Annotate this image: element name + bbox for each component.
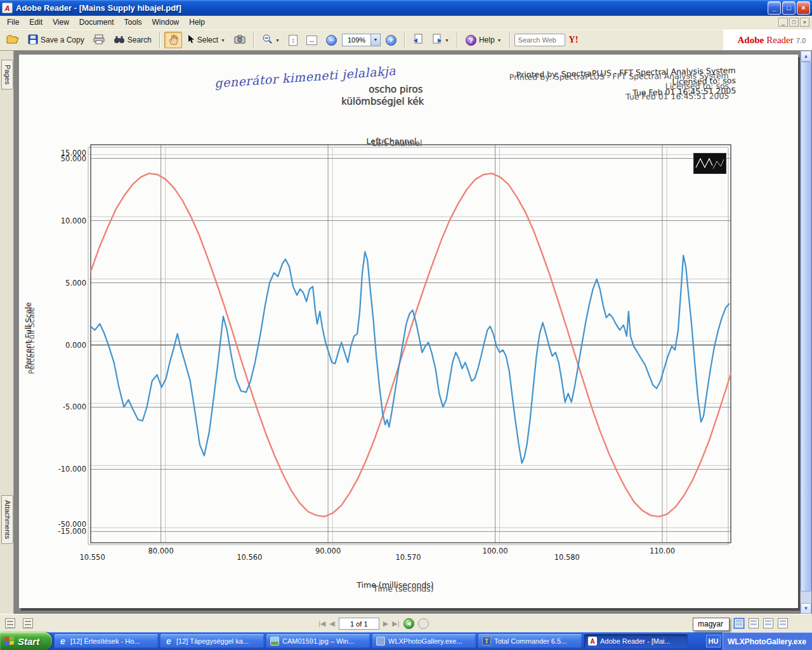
page-number-input[interactable] [339, 618, 379, 630]
tab-attachments[interactable]: Attachments [1, 495, 13, 544]
search-label: Search [128, 36, 152, 44]
menu-bar: FileEditViewDocumentToolsWindowHelp _ □ … [0, 16, 812, 29]
document-restore-button[interactable]: □ [789, 18, 799, 27]
toolbar-separator [159, 32, 160, 48]
status-options-icon[interactable] [23, 618, 33, 628]
fit-page-button[interactable]: ↕ [285, 32, 301, 48]
taskbar-button-label: WLXPhotoGallery.exe... [388, 637, 462, 645]
status-bar: |◀ ◀ ▶ ▶| ◀ [0, 614, 812, 632]
spectraplus-logo-icon [693, 153, 726, 174]
cursor-icon [187, 34, 195, 46]
zoom-increase-button[interactable]: + [382, 32, 400, 48]
help-icon: ? [466, 35, 476, 46]
page-size-icon[interactable] [5, 618, 15, 628]
help-button[interactable]: ? Help ▼ [462, 32, 506, 48]
save-a-copy-button[interactable]: Save a Copy [24, 32, 88, 48]
chevron-down-icon: ▼ [275, 38, 280, 43]
close-button[interactable]: × [797, 1, 810, 15]
zoom-level-control: ▼ [342, 34, 381, 46]
svg-text:10.560: 10.560 [237, 553, 262, 562]
snapshot-tool-button[interactable] [230, 32, 249, 48]
select-label: Select [197, 36, 218, 44]
language-popup[interactable]: magyar [693, 618, 730, 631]
language-indicator[interactable]: HU [706, 635, 721, 647]
document-close-button[interactable]: × [800, 18, 809, 27]
search-web-input[interactable] [514, 34, 565, 46]
first-page-icon[interactable]: |◀ [318, 620, 325, 628]
vertical-scrollbar[interactable]: ▲ ▼ [801, 51, 811, 614]
menu-window[interactable]: Window [147, 17, 185, 28]
taskbar-button-label: Adobe Reader - [Mai... [600, 637, 671, 645]
zoom-decrease-button[interactable]: − [322, 32, 341, 48]
restore-button[interactable]: □ [782, 1, 796, 15]
magnifier-minus-icon [262, 34, 273, 46]
zoom-plus-icon: + [386, 35, 396, 46]
toolbar-separator [457, 32, 458, 48]
previous-view-icon[interactable]: ◀ [403, 618, 414, 629]
brand-reader-label: Reader [766, 35, 793, 46]
menu-tools[interactable]: Tools [119, 17, 147, 28]
tab-pages[interactable]: Pages [1, 60, 13, 90]
taskbar-button[interactable]: e[12] Tápegységgel ka... [160, 634, 264, 648]
scroll-down-icon[interactable]: ▼ [801, 603, 811, 614]
svg-text:50.000: 50.000 [61, 154, 86, 163]
select-tool-button[interactable]: Select ▼ [183, 32, 229, 48]
printer-icon [93, 34, 105, 46]
single-page-layout-icon[interactable] [734, 618, 744, 628]
binoculars-icon [114, 35, 125, 46]
taskbar-button[interactable]: TTotal Commander 6.5... [478, 634, 582, 648]
screen: A Adobe Reader - [Mains Supply hibajel.p… [0, 0, 812, 650]
window-icon [376, 637, 385, 646]
facing-layout-icon[interactable] [763, 618, 773, 628]
menu-help[interactable]: Help [184, 17, 210, 28]
taskbar-button[interactable]: CAM01591.jpg – Win... [266, 634, 370, 648]
ie-icon: e [58, 637, 67, 646]
open-button[interactable] [3, 32, 23, 48]
toolbar-separator [404, 32, 405, 48]
menu-document[interactable]: Document [74, 17, 119, 28]
taskbar-button[interactable]: e[12] Értesítések - Ho... [55, 634, 158, 648]
toolbar-separator [253, 32, 254, 48]
x-axis-label: Time (seconds)Time (milliseconds) [325, 580, 465, 590]
document-minimize-button[interactable]: _ [778, 18, 788, 27]
taskbar-button[interactable]: AAdobe Reader - [Mai... [584, 634, 688, 648]
chevron-down-icon: ▼ [221, 38, 225, 43]
next-page-icon[interactable]: ▶ [383, 620, 388, 628]
menu-edit[interactable]: Edit [24, 17, 48, 28]
menu-view[interactable]: View [48, 17, 74, 28]
continuous-layout-icon[interactable] [749, 618, 759, 628]
previous-page-icon[interactable]: ◀ [329, 620, 334, 628]
taskbar-button-label: [12] Tápegységgel ka... [176, 637, 249, 645]
yahoo-icon[interactable]: Y! [566, 35, 581, 45]
print-header: Printed by: SpectraPLUS - FFT Spectral A… [444, 65, 737, 102]
save-a-copy-label: Save a Copy [41, 36, 84, 44]
continuous-facing-layout-icon[interactable] [778, 618, 788, 628]
zoom-out-tool-button[interactable]: ▼ [258, 32, 284, 48]
previous-view-button[interactable] [409, 32, 427, 48]
start-label: Start [18, 636, 39, 647]
zoom-level-input[interactable] [343, 34, 370, 46]
print-button[interactable] [89, 32, 108, 48]
next-view-icon[interactable] [418, 618, 429, 629]
taskbar-button[interactable]: WLXPhotoGallery.exe... [372, 634, 476, 648]
last-page-icon[interactable]: ▶| [392, 620, 399, 628]
fit-width-button[interactable]: ↔ [303, 32, 321, 48]
adobe-reader-app-icon[interactable]: A [2, 3, 13, 13]
scroll-up-icon[interactable]: ▲ [801, 51, 811, 62]
svg-text:110.00: 110.00 [650, 547, 675, 555]
taskbar-button-label: Total Commander 6.5... [494, 637, 566, 645]
note-blue-annotation: külömbségjel kék [341, 96, 424, 107]
start-button[interactable]: Start [0, 632, 52, 650]
scrollbar-thumb[interactable] [801, 62, 811, 592]
minimize-button[interactable]: _ [768, 1, 781, 15]
menu-file[interactable]: File [2, 17, 24, 28]
next-view-button[interactable]: ▼ [428, 32, 453, 48]
search-button[interactable]: Search [110, 32, 155, 48]
svg-text:5.000: 5.000 [65, 279, 86, 288]
hand-tool-button[interactable] [164, 32, 182, 48]
y-axis-label: Percent Full ScalePercent Full Scale [24, 302, 38, 448]
svg-text:10.550: 10.550 [79, 553, 105, 562]
zoom-dropdown-icon[interactable]: ▼ [370, 34, 380, 46]
pdf-page[interactable]: Printed by: SpectraPLUS - FFT Spectral A… [19, 55, 798, 608]
chevron-down-icon: ▼ [497, 38, 502, 43]
